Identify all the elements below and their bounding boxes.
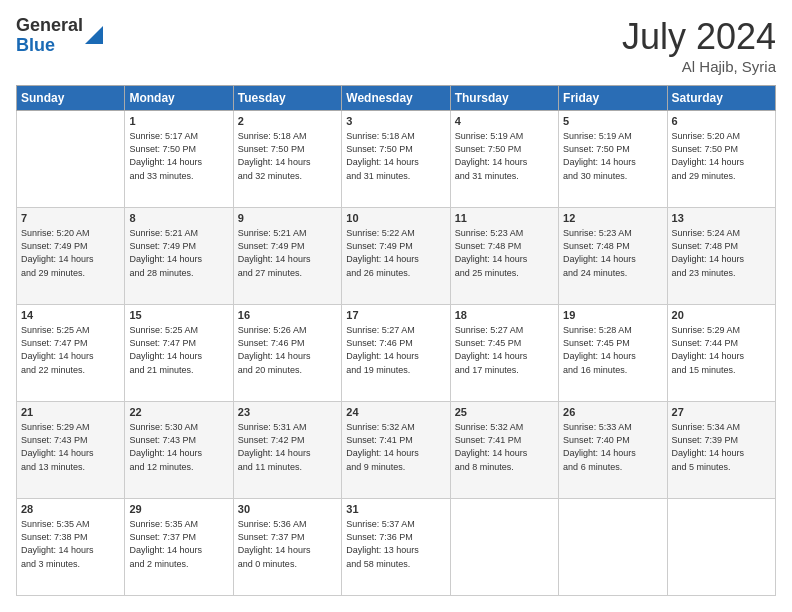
cell-content: Sunrise: 5:23 AMSunset: 7:48 PMDaylight:… [455, 227, 554, 279]
logo: General Blue [16, 16, 103, 56]
logo-general: General [16, 16, 83, 36]
cell-content: Sunrise: 5:28 AMSunset: 7:45 PMDaylight:… [563, 324, 662, 376]
day-number: 21 [21, 405, 120, 420]
cell-content: Sunrise: 5:18 AMSunset: 7:50 PMDaylight:… [238, 130, 337, 182]
calendar-cell: 13Sunrise: 5:24 AMSunset: 7:48 PMDayligh… [667, 208, 775, 305]
cell-content: Sunrise: 5:37 AMSunset: 7:36 PMDaylight:… [346, 518, 445, 570]
cell-content: Sunrise: 5:17 AMSunset: 7:50 PMDaylight:… [129, 130, 228, 182]
calendar-cell: 21Sunrise: 5:29 AMSunset: 7:43 PMDayligh… [17, 402, 125, 499]
cell-content: Sunrise: 5:35 AMSunset: 7:37 PMDaylight:… [129, 518, 228, 570]
day-number: 3 [346, 114, 445, 129]
day-number: 29 [129, 502, 228, 517]
cell-content: Sunrise: 5:24 AMSunset: 7:48 PMDaylight:… [672, 227, 771, 279]
cell-content: Sunrise: 5:29 AMSunset: 7:44 PMDaylight:… [672, 324, 771, 376]
cell-content: Sunrise: 5:32 AMSunset: 7:41 PMDaylight:… [455, 421, 554, 473]
cell-content: Sunrise: 5:18 AMSunset: 7:50 PMDaylight:… [346, 130, 445, 182]
day-number: 17 [346, 308, 445, 323]
title-block: July 2024 Al Hajib, Syria [622, 16, 776, 75]
cell-content: Sunrise: 5:20 AMSunset: 7:49 PMDaylight:… [21, 227, 120, 279]
calendar-row-1: 1Sunrise: 5:17 AMSunset: 7:50 PMDaylight… [17, 111, 776, 208]
calendar-cell: 5Sunrise: 5:19 AMSunset: 7:50 PMDaylight… [559, 111, 667, 208]
cell-content: Sunrise: 5:26 AMSunset: 7:46 PMDaylight:… [238, 324, 337, 376]
calendar-cell: 17Sunrise: 5:27 AMSunset: 7:46 PMDayligh… [342, 305, 450, 402]
day-number: 22 [129, 405, 228, 420]
cell-content: Sunrise: 5:30 AMSunset: 7:43 PMDaylight:… [129, 421, 228, 473]
calendar-row-2: 7Sunrise: 5:20 AMSunset: 7:49 PMDaylight… [17, 208, 776, 305]
calendar-cell: 15Sunrise: 5:25 AMSunset: 7:47 PMDayligh… [125, 305, 233, 402]
cell-content: Sunrise: 5:27 AMSunset: 7:45 PMDaylight:… [455, 324, 554, 376]
calendar-cell: 19Sunrise: 5:28 AMSunset: 7:45 PMDayligh… [559, 305, 667, 402]
page: General Blue July 2024 Al Hajib, Syria S… [0, 0, 792, 612]
cell-content: Sunrise: 5:33 AMSunset: 7:40 PMDaylight:… [563, 421, 662, 473]
calendar-cell: 20Sunrise: 5:29 AMSunset: 7:44 PMDayligh… [667, 305, 775, 402]
day-number: 28 [21, 502, 120, 517]
logo-blue: Blue [16, 36, 83, 56]
cell-content: Sunrise: 5:23 AMSunset: 7:48 PMDaylight:… [563, 227, 662, 279]
calendar-cell: 31Sunrise: 5:37 AMSunset: 7:36 PMDayligh… [342, 499, 450, 596]
month-year-title: July 2024 [622, 16, 776, 58]
day-number: 14 [21, 308, 120, 323]
calendar-cell: 23Sunrise: 5:31 AMSunset: 7:42 PMDayligh… [233, 402, 341, 499]
day-number: 8 [129, 211, 228, 226]
day-number: 11 [455, 211, 554, 226]
calendar-cell: 7Sunrise: 5:20 AMSunset: 7:49 PMDaylight… [17, 208, 125, 305]
cell-content: Sunrise: 5:27 AMSunset: 7:46 PMDaylight:… [346, 324, 445, 376]
day-number: 15 [129, 308, 228, 323]
logo-icon [85, 26, 103, 44]
calendar-cell: 22Sunrise: 5:30 AMSunset: 7:43 PMDayligh… [125, 402, 233, 499]
header-monday: Monday [125, 86, 233, 111]
cell-content: Sunrise: 5:34 AMSunset: 7:39 PMDaylight:… [672, 421, 771, 473]
cell-content: Sunrise: 5:32 AMSunset: 7:41 PMDaylight:… [346, 421, 445, 473]
day-number: 26 [563, 405, 662, 420]
calendar-cell: 1Sunrise: 5:17 AMSunset: 7:50 PMDaylight… [125, 111, 233, 208]
calendar-cell: 16Sunrise: 5:26 AMSunset: 7:46 PMDayligh… [233, 305, 341, 402]
calendar-cell [450, 499, 558, 596]
day-number: 5 [563, 114, 662, 129]
day-number: 12 [563, 211, 662, 226]
location-title: Al Hajib, Syria [622, 58, 776, 75]
calendar-cell: 2Sunrise: 5:18 AMSunset: 7:50 PMDaylight… [233, 111, 341, 208]
cell-content: Sunrise: 5:19 AMSunset: 7:50 PMDaylight:… [455, 130, 554, 182]
header-row: Sunday Monday Tuesday Wednesday Thursday… [17, 86, 776, 111]
day-number: 18 [455, 308, 554, 323]
calendar-cell: 18Sunrise: 5:27 AMSunset: 7:45 PMDayligh… [450, 305, 558, 402]
day-number: 27 [672, 405, 771, 420]
day-number: 20 [672, 308, 771, 323]
calendar-cell [559, 499, 667, 596]
calendar-cell [17, 111, 125, 208]
header-friday: Friday [559, 86, 667, 111]
calendar-cell: 4Sunrise: 5:19 AMSunset: 7:50 PMDaylight… [450, 111, 558, 208]
calendar-cell: 24Sunrise: 5:32 AMSunset: 7:41 PMDayligh… [342, 402, 450, 499]
header-wednesday: Wednesday [342, 86, 450, 111]
header: General Blue July 2024 Al Hajib, Syria [16, 16, 776, 75]
day-number: 9 [238, 211, 337, 226]
cell-content: Sunrise: 5:31 AMSunset: 7:42 PMDaylight:… [238, 421, 337, 473]
calendar-row-5: 28Sunrise: 5:35 AMSunset: 7:38 PMDayligh… [17, 499, 776, 596]
day-number: 24 [346, 405, 445, 420]
calendar-cell: 6Sunrise: 5:20 AMSunset: 7:50 PMDaylight… [667, 111, 775, 208]
calendar-row-3: 14Sunrise: 5:25 AMSunset: 7:47 PMDayligh… [17, 305, 776, 402]
day-number: 6 [672, 114, 771, 129]
day-number: 30 [238, 502, 337, 517]
calendar-cell: 3Sunrise: 5:18 AMSunset: 7:50 PMDaylight… [342, 111, 450, 208]
cell-content: Sunrise: 5:36 AMSunset: 7:37 PMDaylight:… [238, 518, 337, 570]
calendar-cell: 26Sunrise: 5:33 AMSunset: 7:40 PMDayligh… [559, 402, 667, 499]
cell-content: Sunrise: 5:25 AMSunset: 7:47 PMDaylight:… [129, 324, 228, 376]
calendar-cell: 27Sunrise: 5:34 AMSunset: 7:39 PMDayligh… [667, 402, 775, 499]
svg-marker-0 [85, 26, 103, 44]
day-number: 25 [455, 405, 554, 420]
calendar-cell: 12Sunrise: 5:23 AMSunset: 7:48 PMDayligh… [559, 208, 667, 305]
day-number: 2 [238, 114, 337, 129]
day-number: 23 [238, 405, 337, 420]
calendar-cell: 29Sunrise: 5:35 AMSunset: 7:37 PMDayligh… [125, 499, 233, 596]
calendar-cell [667, 499, 775, 596]
cell-content: Sunrise: 5:20 AMSunset: 7:50 PMDaylight:… [672, 130, 771, 182]
day-number: 13 [672, 211, 771, 226]
day-number: 16 [238, 308, 337, 323]
calendar-cell: 10Sunrise: 5:22 AMSunset: 7:49 PMDayligh… [342, 208, 450, 305]
header-tuesday: Tuesday [233, 86, 341, 111]
calendar-row-4: 21Sunrise: 5:29 AMSunset: 7:43 PMDayligh… [17, 402, 776, 499]
day-number: 31 [346, 502, 445, 517]
calendar-cell: 14Sunrise: 5:25 AMSunset: 7:47 PMDayligh… [17, 305, 125, 402]
logo-text: General Blue [16, 16, 83, 56]
